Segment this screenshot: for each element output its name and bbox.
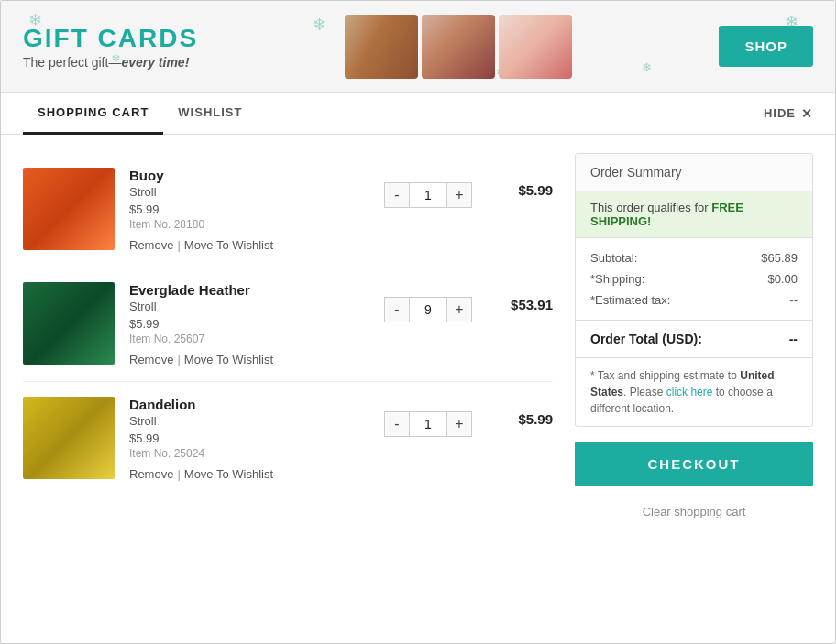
hide-button[interactable]: HIDE ✕ (764, 106, 813, 121)
quantity-control: - + (384, 182, 472, 208)
item-actions: Remove | Move To Wishlist (129, 353, 369, 366)
item-details-everglade: Everglade Heather Stroll $5.99 Item No. … (129, 282, 369, 366)
item-price: $5.99 (129, 317, 369, 331)
qty-input[interactable] (410, 297, 446, 322)
qty-price-col: - + $53.91 (384, 293, 553, 322)
item-actions: Remove | Move To Wishlist (129, 467, 369, 481)
total-value: -- (789, 332, 798, 346)
cart-item: Everglade Heather Stroll $5.99 Item No. … (23, 267, 553, 382)
quantity-control: - + (384, 297, 472, 322)
close-icon: ✕ (801, 106, 813, 121)
remove-link[interactable]: Remove (129, 238, 173, 252)
free-shipping-text: This order qualifies for (590, 201, 711, 214)
location-link[interactable]: click here (666, 386, 713, 398)
item-number: Item No. 25024 (129, 447, 369, 460)
separator: | (177, 238, 180, 252)
item-details-dandelion: Dandelion Stroll $5.99 Item No. 25024 Re… (129, 397, 369, 481)
order-total-row: Order Total (USD): -- (576, 321, 812, 358)
item-brand: Stroll (129, 300, 369, 313)
cart-items-list: Buoy Stroll $5.99 Item No. 28180 Remove … (23, 153, 553, 528)
move-to-wishlist-link[interactable]: Move To Wishlist (184, 353, 273, 366)
qty-input[interactable] (410, 411, 446, 437)
subtitle-text: The perfect gift— (23, 55, 121, 70)
item-total: $5.99 (498, 182, 553, 198)
item-number: Item No. 28180 (129, 218, 369, 231)
summary-box: Order Summary This order qualifies for F… (575, 153, 813, 427)
item-price: $5.99 (129, 431, 369, 445)
free-shipping-banner: This order qualifies for FREE SHIPPING! (576, 191, 812, 238)
banner-text: GIFT CARDS The perfect gift—every time! (23, 24, 198, 70)
item-total: $5.99 (498, 411, 553, 427)
snowflake-icon: ❄ (313, 15, 326, 35)
separator: | (177, 467, 180, 481)
subtotal-row: Subtotal: $65.89 (590, 247, 798, 268)
item-name: Dandelion (129, 397, 369, 412)
tax-row: *Estimated tax: -- (590, 289, 798, 311)
gift-cards-banner: ❄ ❄ ❄ ❄ ❄ ❄ GIFT CARDS The perfect gift—… (1, 1, 835, 93)
snowflake-icon: ❄ (642, 60, 652, 74)
qty-minus-button[interactable]: - (384, 411, 410, 437)
qty-input[interactable] (410, 182, 446, 208)
item-details-buoy: Buoy Stroll $5.99 Item No. 28180 Remove … (129, 168, 369, 252)
tab-shopping-cart[interactable]: SHOPPING CART (23, 93, 163, 135)
remove-link[interactable]: Remove (129, 467, 173, 481)
summary-header: Order Summary (576, 154, 812, 191)
clear-cart-link[interactable]: Clear shopping cart (575, 486, 813, 528)
item-price: $5.99 (129, 202, 369, 216)
qty-price-col: - + $5.99 (384, 179, 553, 208)
item-name: Buoy (129, 168, 369, 183)
banner-image-1 (345, 15, 418, 79)
move-to-wishlist-link[interactable]: Move To Wishlist (184, 238, 273, 252)
item-image-everglade (23, 282, 115, 365)
banner-subtitle: The perfect gift—every time! (23, 55, 198, 70)
banner-image-2 (422, 15, 495, 79)
item-image-dandelion (23, 397, 115, 479)
tab-bar: SHOPPING CART WISHLIST HIDE ✕ (1, 93, 835, 135)
qty-plus-button[interactable]: + (446, 297, 472, 322)
subtotal-label: Subtotal: (590, 251, 637, 265)
total-label: Order Total (USD): (590, 332, 702, 346)
shopping-cart-modal: ❄ ❄ ❄ ❄ ❄ ❄ GIFT CARDS The perfect gift—… (0, 0, 836, 644)
qty-price-col: - + $5.99 (384, 408, 553, 437)
subtitle-italic: every time! (121, 55, 189, 70)
tax-label: *Estimated tax: (590, 293, 670, 307)
qty-minus-button[interactable]: - (384, 297, 410, 322)
separator: | (177, 353, 180, 366)
item-brand: Stroll (129, 414, 369, 428)
order-summary: Order Summary This order qualifies for F… (575, 153, 813, 528)
cart-item: Dandelion Stroll $5.99 Item No. 25024 Re… (23, 382, 553, 496)
shipping-value: $0.00 (767, 272, 798, 286)
cart-item: Buoy Stroll $5.99 Item No. 28180 Remove … (23, 153, 553, 267)
shipping-row: *Shipping: $0.00 (590, 268, 798, 289)
note-text: * Tax and shipping estimate to (590, 369, 740, 382)
summary-note: * Tax and shipping estimate to United St… (576, 358, 812, 426)
tab-wishlist[interactable]: WISHLIST (163, 93, 257, 135)
banner-title: GIFT CARDS (23, 24, 198, 53)
remove-link[interactable]: Remove (129, 353, 173, 366)
qty-plus-button[interactable]: + (446, 182, 472, 208)
hide-label: HIDE (764, 106, 796, 120)
item-total: $53.91 (498, 297, 553, 312)
tax-value: -- (789, 293, 798, 307)
qty-minus-button[interactable]: - (384, 182, 410, 208)
move-to-wishlist-link[interactable]: Move To Wishlist (184, 467, 273, 481)
qty-plus-button[interactable]: + (446, 411, 472, 437)
quantity-control: - + (384, 411, 472, 437)
item-number: Item No. 25607 (129, 333, 369, 345)
shipping-label: *Shipping: (590, 272, 644, 286)
shop-button[interactable]: SHOP (719, 26, 813, 67)
checkout-button[interactable]: CHECKOUT (575, 442, 813, 486)
banner-image-3 (499, 15, 572, 79)
item-image-buoy (23, 168, 115, 250)
item-name: Everglade Heather (129, 282, 369, 298)
subtotal-value: $65.89 (761, 251, 798, 265)
banner-images (345, 15, 572, 79)
summary-rows: Subtotal: $65.89 *Shipping: $0.00 *Estim… (576, 238, 812, 321)
item-brand: Stroll (129, 185, 369, 199)
main-content: Buoy Stroll $5.99 Item No. 28180 Remove … (1, 135, 835, 546)
item-actions: Remove | Move To Wishlist (129, 238, 369, 252)
